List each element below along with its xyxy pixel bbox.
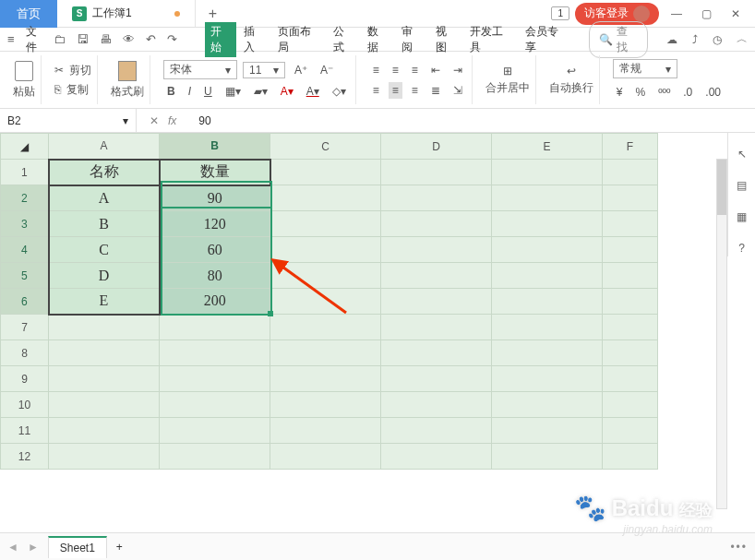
tab-member[interactable]: 会员专享 (520, 22, 573, 57)
italic-button[interactable]: I (185, 83, 195, 100)
maximize-button[interactable]: ▢ (694, 7, 718, 20)
cell-a1[interactable]: 名称 (49, 160, 160, 185)
col-head-a[interactable]: A (49, 134, 160, 160)
borders-dropdown[interactable]: ▦▾ (222, 83, 245, 100)
tab-view[interactable]: 视图 (430, 22, 462, 57)
sheet-tab-1[interactable]: Sheet1 (48, 536, 107, 558)
next-sheet-icon[interactable]: ► (28, 541, 39, 554)
row-head-1[interactable]: 1 (1, 160, 49, 185)
cell-b3[interactable]: 120 (160, 211, 270, 237)
align-top-icon[interactable]: ≡ (369, 62, 383, 78)
tab-start[interactable]: 开始 (205, 22, 237, 57)
row-head-6[interactable]: 6 (1, 289, 49, 315)
tab-layout[interactable]: 页面布局 (272, 22, 326, 57)
cell-a6[interactable]: E (49, 289, 160, 315)
row-head-9[interactable]: 9 (1, 366, 49, 392)
tab-data[interactable]: 数据 (362, 22, 394, 57)
merge-center-button[interactable]: ⊞ 合并居中 (485, 65, 530, 96)
name-box[interactable]: B2 ▾ (0, 109, 137, 132)
row-head-4[interactable]: 4 (1, 237, 49, 263)
cell-b6[interactable]: 200 (160, 289, 270, 315)
decrease-decimal-button[interactable]: .0 (679, 84, 696, 101)
clear-format-dropdown[interactable]: ◇▾ (329, 83, 350, 100)
cell-b1[interactable]: 数量 (160, 160, 270, 185)
cell-b5[interactable]: 80 (160, 263, 270, 289)
wrap-text-button[interactable]: ↩ 自动换行 (549, 65, 593, 96)
select-tool-icon[interactable]: ↖ (734, 146, 750, 162)
undo-icon[interactable]: ↶ (146, 32, 156, 46)
col-head-e[interactable]: E (492, 134, 603, 160)
search-box[interactable]: 🔍 查找 (589, 21, 648, 58)
number-format-dropdown[interactable]: 常规▾ (613, 59, 677, 78)
cell-a3[interactable]: B (49, 211, 160, 237)
formula-input[interactable]: 90 (189, 114, 755, 127)
currency-button[interactable]: ¥ (613, 84, 627, 101)
tab-devtools[interactable]: 开发工具 (464, 22, 518, 57)
tab-review[interactable]: 审阅 (396, 22, 428, 57)
row-head-2[interactable]: 2 (1, 185, 49, 211)
folder-icon[interactable]: 🗀 (54, 32, 66, 46)
orientation-icon[interactable]: ⇲ (449, 82, 466, 99)
col-head-d[interactable]: D (381, 134, 492, 160)
help-icon[interactable]: ? (734, 240, 750, 256)
row-head-12[interactable]: 12 (1, 444, 49, 470)
properties-icon[interactable]: ▦ (734, 209, 750, 225)
menu-icon[interactable]: ≡ (7, 32, 15, 46)
underline-button[interactable]: U (200, 83, 216, 100)
indent-left-icon[interactable]: ⇤ (427, 62, 444, 78)
save-icon[interactable]: 🖫 (77, 32, 89, 46)
cell-a4[interactable]: C (49, 237, 160, 263)
cancel-formula-icon[interactable]: ✕ (150, 114, 159, 127)
cell-a2[interactable]: A (49, 185, 160, 211)
row-head-10[interactable]: 10 (1, 392, 49, 418)
row-head-3[interactable]: 3 (1, 211, 49, 237)
file-menu[interactable]: 文件 (26, 24, 42, 55)
justify-icon[interactable]: ≣ (427, 82, 444, 99)
collapse-ribbon-icon[interactable]: ︿ (737, 31, 748, 47)
align-center-icon[interactable]: ≡ (389, 82, 402, 99)
format-painter-button[interactable]: 格式刷 (111, 61, 144, 100)
copy-button[interactable]: ⎘复制 (54, 82, 91, 98)
col-head-f[interactable]: F (603, 134, 658, 160)
cell-b4[interactable]: 60 (160, 237, 270, 263)
minimize-button[interactable]: — (665, 7, 689, 20)
prev-sheet-icon[interactable]: ◄ (7, 541, 18, 554)
font-size-dropdown[interactable]: 11▾ (243, 62, 285, 78)
font-name-dropdown[interactable]: 宋体▾ (163, 60, 237, 79)
close-button[interactable]: ✕ (724, 7, 748, 20)
decrease-font-icon[interactable]: A⁻ (317, 62, 337, 78)
preview-icon[interactable]: 👁 (123, 32, 135, 46)
share-icon[interactable]: ⤴ (692, 33, 698, 46)
paste-button[interactable]: 粘贴 (13, 61, 35, 100)
comma-button[interactable]: ººº (654, 84, 674, 101)
redo-icon[interactable]: ↷ (167, 32, 177, 46)
select-all-corner[interactable]: ◢ (1, 134, 49, 160)
vertical-scrollbar[interactable] (716, 159, 727, 509)
align-bottom-icon[interactable]: ≡ (408, 62, 422, 78)
row-head-7[interactable]: 7 (1, 315, 49, 340)
font-color-dropdown[interactable]: A▾ (277, 83, 297, 100)
align-left-icon[interactable]: ≡ (369, 82, 383, 99)
bold-button[interactable]: B (163, 83, 179, 100)
cell-c1[interactable] (270, 160, 381, 185)
settings-icon[interactable]: ◷ (713, 33, 722, 46)
spreadsheet-grid[interactable]: ◢ A B C D E F 1 名称 数量 2 A 90 3 B 120 4 (0, 133, 755, 502)
cell-b2[interactable]: 90 (160, 185, 270, 211)
indent-right-icon[interactable]: ⇥ (449, 62, 466, 78)
increase-decimal-button[interactable]: .00 (701, 84, 725, 101)
add-tab-button[interactable]: + (196, 6, 230, 22)
cloud-icon[interactable]: ☁ (666, 33, 677, 46)
col-head-b[interactable]: B (160, 134, 270, 160)
fill-color-dropdown[interactable]: ▰▾ (250, 83, 271, 100)
panel-icon[interactable]: ▤ (734, 177, 750, 194)
percent-button[interactable]: % (631, 84, 649, 101)
tab-formula[interactable]: 公式 (328, 22, 360, 57)
align-middle-icon[interactable]: ≡ (389, 62, 402, 78)
row-head-8[interactable]: 8 (1, 340, 49, 366)
align-right-icon[interactable]: ≡ (408, 82, 422, 99)
cut-button[interactable]: ✂剪切 (54, 63, 91, 78)
tab-insert[interactable]: 插入 (238, 22, 270, 57)
row-head-5[interactable]: 5 (1, 263, 49, 289)
scroll-thumb[interactable] (717, 160, 726, 215)
cell-a5[interactable]: D (49, 263, 160, 289)
